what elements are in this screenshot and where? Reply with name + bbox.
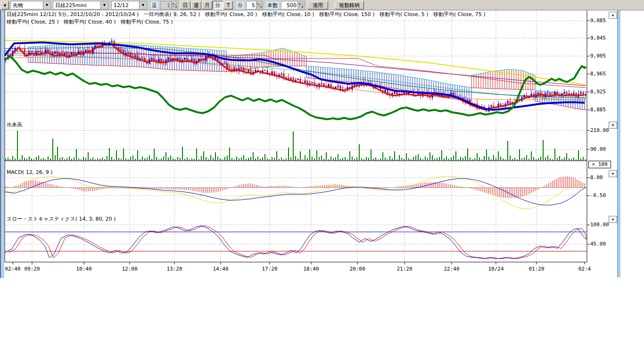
candle-body [22, 48, 23, 49]
minute-label: 分 [236, 1, 245, 9]
candle-body [128, 52, 129, 53]
candle-body [297, 79, 299, 80]
period-tick-button[interactable]: T [223, 1, 233, 9]
bar-count-spinner[interactable]: 500 [281, 1, 305, 9]
candle-body [177, 58, 179, 59]
candle-body [467, 100, 469, 100]
macd-signal [5, 179, 586, 205]
multi-symbol-button[interactable]: 複数銘柄 [335, 1, 364, 9]
period-daily-button[interactable]: 日 [180, 1, 190, 9]
candle-body [321, 83, 322, 84]
period-minute-button[interactable]: 分 [213, 1, 223, 9]
macd-line [5, 176, 586, 209]
candle-body [451, 93, 452, 95]
candle-body [85, 50, 87, 51]
chart-header-line2: 移動平均( Close, 25 ) 移動平均( Close, 40 ) 移動平均… [7, 18, 173, 25]
bar-count-label: 本数 [265, 1, 280, 9]
y-axis-label: 90.00 [590, 146, 606, 152]
y-axis-label: 8,925 [590, 89, 606, 95]
chevron-down-icon[interactable]: ▼ [139, 1, 147, 9]
candle-body [38, 51, 40, 52]
bar-interval-spinner[interactable]: 1 [160, 1, 178, 9]
candle-body [507, 101, 509, 103]
volume-pane-settings-dropdown[interactable]: ▼ [609, 122, 617, 129]
candle-body [550, 93, 551, 95]
vertical-scrollbar[interactable] [617, 10, 620, 277]
candle-body [281, 74, 282, 74]
bar-count-value: 500 [281, 2, 297, 8]
x-axis-label: 10:40 [76, 266, 91, 272]
spinner-updown-icon[interactable] [256, 1, 263, 9]
stoch-pane-settings-dropdown[interactable]: ▼ [609, 216, 617, 223]
candle-body [135, 55, 136, 57]
x-axis-label: 21:20 [396, 266, 412, 272]
candle-body [248, 70, 249, 72]
candle-body [168, 58, 169, 60]
candle-body [184, 58, 186, 60]
y-axis-label: 8,965 [590, 71, 606, 77]
period-weekly-button[interactable]: 週 [191, 1, 201, 9]
y-axis-label: 9,045 [590, 35, 606, 41]
category-value: 先物 [11, 2, 43, 9]
contract-value: 12/12 [112, 2, 139, 8]
chart-canvas[interactable] [0, 0, 644, 283]
candle-body [241, 68, 242, 69]
contract-combobox[interactable]: 12/12 ▼ [111, 1, 147, 9]
candle-body [323, 83, 325, 86]
app-window: { "toolbar": { "mini_dropdown": "▼", "co… [0, 0, 644, 362]
candle-body [547, 93, 549, 93]
y-axis-label: 8,885 [590, 107, 606, 113]
candle-body [394, 92, 396, 93]
toolbar: ▼ 先物 ▼ 日経225mini ▼ 12/12 ▼ 足 1 日 週 月 分 T… [0, 0, 644, 10]
volume-multiplier-box: × 100 [588, 161, 611, 168]
chevron-down-icon[interactable]: ▼ [100, 1, 108, 9]
price-pane-settings-dropdown[interactable]: ▼ [609, 12, 617, 19]
volume-pane-title: 出来高 [7, 121, 22, 128]
chevron-down-icon: ▼ [4, 4, 6, 8]
candle-body [491, 106, 492, 107]
candle-body [338, 86, 339, 87]
y-axis-label: 45.00 [590, 241, 606, 247]
x-axis-label: 13:20 [166, 266, 182, 272]
x-axis-label: 17:20 [262, 266, 277, 272]
x-axis-label: 02:40 [5, 266, 20, 272]
left-panel-strip [0, 10, 4, 278]
stoch-d [8, 226, 586, 259]
candle-body [385, 90, 386, 92]
chevron-down-icon[interactable]: ▼ [43, 1, 50, 9]
bar-type-label: 足 [150, 1, 159, 9]
y-axis-label: 100.00 [590, 222, 609, 228]
category-combobox[interactable]: 先物 ▼ [10, 1, 51, 9]
candle-body [71, 53, 73, 55]
candle-body [64, 53, 66, 55]
candle-body [564, 92, 565, 94]
y-axis-label: -6.50 [590, 192, 606, 198]
x-axis-label: 14:40 [213, 266, 228, 272]
x-axis-label: 10/24 [488, 266, 504, 272]
chart-menu-dropdown-button[interactable]: ▼ [1, 1, 9, 9]
x-axis-label: 09:20 [24, 266, 40, 272]
minute-spinner[interactable]: 5 [246, 1, 263, 9]
symbol-value: 日経225mini [53, 2, 100, 9]
x-axis-label: 20:00 [349, 266, 365, 272]
spinner-updown-icon[interactable] [171, 1, 178, 9]
apply-button[interactable]: 適用 [307, 1, 328, 9]
candle-body [142, 58, 143, 58]
candle-body [151, 58, 153, 59]
minute-value: 5 [247, 2, 256, 8]
period-monthly-button[interactable]: 月 [202, 1, 212, 9]
x-axis-label: 02:4 [578, 266, 591, 272]
candle-body [305, 81, 306, 82]
y-axis-label: 210.00 [590, 127, 609, 133]
candle-body [538, 93, 539, 94]
spinner-updown-icon[interactable] [297, 1, 304, 9]
x-axis-label: 18:40 [303, 266, 319, 272]
candle-body [203, 60, 205, 61]
candle-body [524, 95, 525, 98]
macd-pane-title: MACD( 12, 26, 9 ) [7, 169, 53, 175]
stochastics-pane-title: スロー・ストキャスティクス( 14, 3, 80, 20 ) [7, 215, 116, 222]
candle-body [111, 41, 113, 42]
chart-header-line1: 日経225mini 12/12( 5分, 2012/10/20 - 2012/1… [7, 11, 485, 18]
symbol-combobox[interactable]: 日経225mini ▼ [53, 1, 108, 9]
macd-pane-settings-dropdown[interactable]: ▼ [609, 170, 617, 177]
